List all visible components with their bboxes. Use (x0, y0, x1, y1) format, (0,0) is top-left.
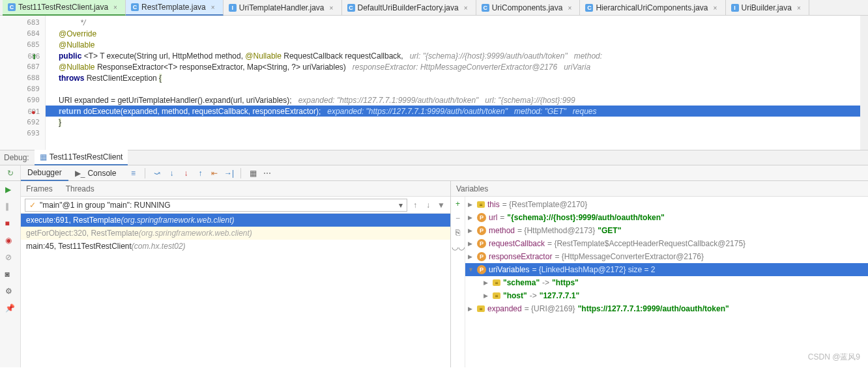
variable-row[interactable]: ▼P uriVariables = {LinkedHashMap@2172} s… (465, 263, 868, 276)
threads-tab[interactable]: Threads (66, 184, 94, 193)
param-icon: P (477, 265, 486, 274)
variable-row[interactable]: ▶="schema" -> "https" (465, 276, 868, 289)
variable-row[interactable]: ▶P requestCallback = {RestTemplate$Accep… (465, 237, 868, 250)
resume-icon[interactable]: ▶ (5, 185, 16, 195)
copy-icon[interactable]: ⎘ (456, 228, 460, 237)
expand-arrow-icon[interactable]: ▶ (468, 201, 474, 208)
drop-frame-icon[interactable]: ⇤ (209, 168, 220, 178)
frames-panel: Frames Threads ✓ "main"@1 in group "main… (21, 181, 451, 367)
settings-icon[interactable]: ⚙ (5, 287, 16, 297)
expand-arrow-icon[interactable]: ▶ (484, 292, 490, 299)
variable-row[interactable]: ▶="host" -> "127.7.7.1" (465, 289, 868, 302)
close-icon[interactable]: × (714, 5, 720, 11)
close-icon[interactable]: × (330, 5, 336, 11)
editor-tab[interactable]: IUriBuilder.java× (726, 0, 809, 16)
stop-icon[interactable]: ■ (5, 219, 16, 229)
run-to-cursor-icon[interactable]: →| (224, 168, 234, 178)
editor-tab[interactable]: CTest11TestRestClient.java× (3, 0, 126, 16)
variable-row[interactable]: ▶P url = "{schema}://{host}:9999/auth/oa… (465, 211, 868, 224)
code-text: ResponseExtractor<T> responseExtractor, … (95, 63, 353, 72)
variable-name: uriVariables (489, 265, 529, 274)
variable-value: = {HttpMethod@2173} (517, 226, 595, 235)
editor-tab[interactable]: CDefaultUriBuilderFactory.java× (342, 0, 476, 16)
snapshot-icon[interactable]: ◙ (5, 270, 16, 280)
close-icon[interactable]: × (464, 5, 470, 11)
editor-tab[interactable]: CHierarchicalUriComponents.java× (580, 0, 725, 16)
debugger-tab[interactable]: Debugger (21, 165, 68, 181)
override-marker-icon[interactable]: ⬆ (31, 53, 38, 59)
inline-hint: expanded: "https://127.7.7.1:9999/auth/o… (298, 96, 575, 105)
code-text: URI expanded = getUriTemplateHandler().e… (59, 96, 298, 105)
code-text: @Override (59, 29, 96, 38)
thread-selector[interactable]: ✓ "main"@1 in group "main": RUNNING ▾ (25, 199, 407, 212)
step-out-icon[interactable]: ↑ (195, 168, 205, 178)
stack-frame[interactable]: main:45, Test11TestRestClient (com.hx.te… (21, 240, 450, 253)
close-icon[interactable]: × (568, 5, 574, 11)
pause-icon[interactable]: ∥ (5, 202, 16, 212)
filter-icon[interactable]: ▼ (436, 200, 446, 210)
code-text: throws (59, 74, 87, 83)
breakpoint-icon[interactable]: ● (31, 108, 38, 115)
breakpoints-icon[interactable]: ◉ (5, 236, 16, 246)
expand-arrow-icon[interactable]: ▼ (468, 266, 474, 273)
editor-tab[interactable]: CRestTemplate.java× (126, 0, 224, 16)
interface-icon: I (229, 4, 237, 12)
tab-label: Test11TestRestClient.java (18, 3, 108, 12)
stack-frame[interactable]: execute:691, RestTemplate (org.springfra… (21, 214, 450, 227)
add-watch-icon[interactable]: + (456, 199, 460, 208)
variable-value: = (500, 213, 504, 222)
variable-row[interactable]: ▶= this = {RestTemplate@2170} (465, 198, 868, 211)
frames-tab[interactable]: Frames (26, 184, 53, 193)
variables-tab[interactable]: Variables (451, 181, 868, 197)
variable-row[interactable]: ▶P method = {HttpMethod@2173} "GET" (465, 224, 868, 237)
expand-arrow-icon[interactable]: ▶ (468, 240, 474, 247)
force-step-into-icon[interactable]: ↓ (181, 168, 191, 178)
inline-hint: url: "{schema}://{host}:9999/auth/oauth/… (410, 51, 602, 61)
application-icon: ▦ (40, 152, 47, 162)
editor-tabs-bar: CTest11TestRestClient.java× CRestTemplat… (0, 0, 868, 16)
editor-tab[interactable]: IUriTemplateHandler.java× (224, 0, 342, 16)
remove-watch-icon[interactable]: − (456, 214, 460, 223)
debug-config-name: Test11TestRestClient (50, 152, 123, 162)
expand-arrow-icon[interactable]: ▶ (468, 227, 474, 234)
variable-name: responseExtractor (489, 252, 552, 261)
code-area[interactable]: */ @Override @Nullable public <T> T exec… (46, 16, 868, 150)
expand-arrow-icon[interactable]: ▶ (484, 279, 490, 286)
frames-header: Frames Threads (21, 181, 450, 197)
debug-config-tab[interactable]: ▦ Test11TestRestClient (35, 150, 128, 165)
stack-frame[interactable]: getForObject:320, RestTemplate (org.spri… (21, 227, 450, 240)
step-into-icon[interactable]: ↓ (166, 168, 177, 178)
rerun-icon[interactable]: ↻ (7, 169, 14, 178)
glasses-icon[interactable]: ◡◡ (452, 242, 465, 251)
console-icon: ▶_ (75, 169, 85, 178)
next-frame-icon[interactable]: ↓ (423, 200, 433, 210)
variable-string: "https://127.7.7.1:9999/auth/oauth/token… (578, 304, 729, 313)
line-number: 686⬆ (0, 50, 45, 61)
prev-frame-icon[interactable]: ↑ (410, 200, 420, 210)
execution-line: return doExecute(expanded, method, reque… (46, 106, 868, 117)
expand-arrow-icon[interactable]: ▶ (468, 253, 474, 260)
close-icon[interactable]: × (113, 4, 120, 10)
editor-tab[interactable]: CUriComponents.java× (476, 0, 581, 16)
step-over-icon[interactable]: ⤻ (152, 168, 162, 178)
variable-string: "schema" (503, 278, 540, 287)
variable-row[interactable]: ▶P responseExtractor = {HttpMessageConve… (465, 250, 868, 263)
mute-breakpoints-icon[interactable]: ⊘ (5, 253, 16, 263)
variable-name: requestCallback (489, 239, 545, 248)
close-icon[interactable]: × (797, 5, 803, 11)
variables-toolbar: + − ⎘ ◡◡ (451, 197, 465, 367)
close-icon[interactable]: × (211, 4, 218, 10)
scrollbar[interactable] (860, 16, 868, 150)
expand-arrow-icon[interactable]: ▶ (468, 214, 474, 221)
code-editor[interactable]: 683 684 685 686⬆ 687 688 689 690 691● 69… (0, 16, 868, 150)
tab-label: HierarchicalUriComponents.java (596, 3, 708, 12)
variable-row[interactable]: ▶= expanded = {URI@2169} "https://127.7.… (465, 302, 868, 315)
trace-icon[interactable]: ⋯ (262, 168, 272, 178)
console-tab[interactable]: ▶_Console (68, 166, 123, 180)
pin-icon[interactable]: 📌 (5, 304, 16, 314)
expand-arrow-icon[interactable]: ▶ (468, 305, 474, 312)
frames-toolbar: ✓ "main"@1 in group "main": RUNNING ▾ ↑ … (21, 197, 450, 214)
evaluate-icon[interactable]: ▦ (248, 168, 258, 178)
tab-label: UriBuilder.java (742, 3, 792, 12)
thread-dump-icon[interactable]: ≡ (128, 168, 138, 178)
